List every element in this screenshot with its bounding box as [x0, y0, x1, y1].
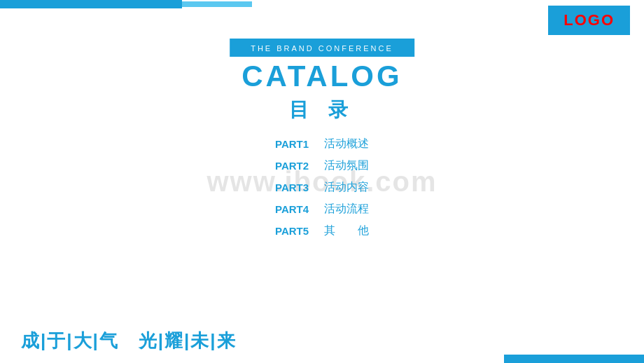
list-item: PART5 其 他 — [275, 224, 369, 238]
top-bar-light — [182, 1, 252, 7]
main-title: CATALOG — [241, 60, 402, 93]
logo-text: LOGO — [564, 11, 615, 29]
catalog-name-2: 活动氛围 — [324, 158, 369, 173]
catalog-part-4: PART4 — [275, 203, 324, 215]
bottom-slogan: 成|于|大|气 光|耀|未|来 — [21, 329, 237, 353]
bottom-right-decoration — [504, 355, 644, 363]
catalog-name-5: 其 他 — [324, 224, 369, 238]
logo-box: LOGO — [548, 6, 630, 35]
list-item: PART2 活动氛围 — [275, 158, 369, 173]
top-decoration — [0, 0, 644, 8]
catalog-part-5: PART5 — [275, 225, 324, 237]
catalog-name-4: 活动流程 — [324, 202, 369, 217]
catalog-name-1: 活动概述 — [324, 137, 369, 151]
chinese-title: 目 录 — [289, 97, 355, 123]
catalog-name-3: 活动内容 — [324, 180, 369, 195]
top-bar-blue — [0, 0, 182, 8]
catalog-part-1: PART1 — [275, 138, 324, 150]
catalog-part-2: PART2 — [275, 160, 324, 172]
catalog-part-3: PART3 — [275, 182, 324, 193]
brand-label-wrapper: THE BRAND CONFERENCE — [230, 39, 414, 57]
list-item: PART4 活动流程 — [275, 202, 369, 217]
catalog-list: PART1 活动概述 PART2 活动氛围 PART3 活动内容 PART4 活… — [275, 137, 369, 238]
brand-label: THE BRAND CONFERENCE — [251, 44, 393, 53]
list-item: PART3 活动内容 — [275, 180, 369, 195]
list-item: PART1 活动概述 — [275, 137, 369, 151]
